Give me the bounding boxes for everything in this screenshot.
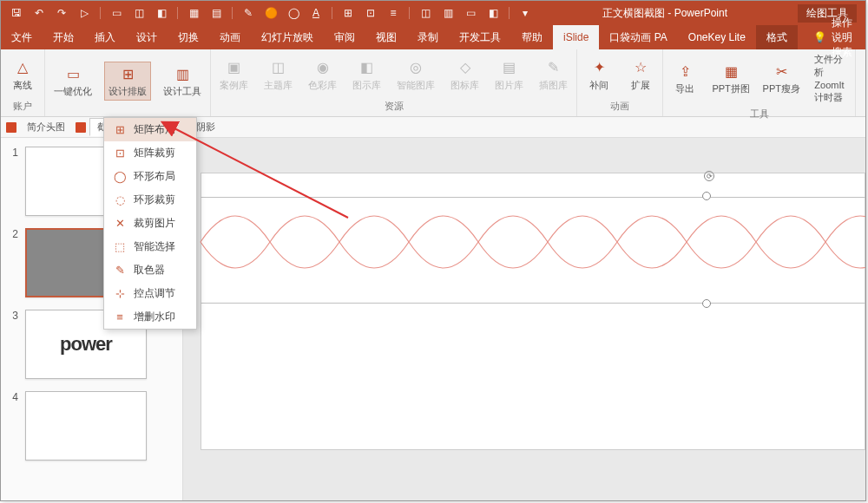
offline-button[interactable]: △离线 (6, 56, 39, 94)
lib-icon: ◧ (358, 58, 377, 77)
qat-icon[interactable]: ⊞ (341, 6, 355, 20)
rect-icon: ▭ (63, 64, 82, 83)
qat-icon[interactable]: ▤ (209, 6, 223, 20)
tab-review[interactable]: 审阅 (324, 25, 365, 49)
ring-layout-item[interactable]: ◯环形布局 (104, 165, 196, 188)
qat-icon[interactable]: ▦ (187, 6, 201, 20)
timer-link[interactable]: 计时器 (814, 91, 850, 104)
matrix-crop-item[interactable]: ⊡矩阵裁剪 (104, 141, 196, 165)
crop-icon: ✕ (113, 217, 127, 231)
tell-me-search[interactable]: 💡 操作说明搜索 (805, 25, 865, 49)
qat-icon[interactable]: ◧ (486, 6, 500, 20)
export-button[interactable]: ⇪导出 (668, 60, 701, 97)
resize-handle[interactable] (702, 299, 711, 308)
fill-icon[interactable]: 🟠 (264, 6, 278, 20)
tab-pocket-anim[interactable]: 口袋动画 PA (599, 25, 677, 49)
theme-lib-button[interactable]: ◫主题库 (260, 56, 296, 94)
separator (232, 7, 233, 19)
tab-design[interactable]: 设计 (126, 25, 168, 49)
image-lib-button[interactable]: ▤图片库 (491, 56, 527, 94)
tab-help[interactable]: 帮助 (511, 25, 553, 49)
slide-canvas[interactable]: ⟳ (183, 138, 865, 500)
circle-icon: ◯ (113, 170, 127, 184)
qat-icon[interactable]: ▭ (464, 6, 477, 20)
diagram-lib-button[interactable]: ◧图示库 (349, 56, 385, 94)
design-tools-button[interactable]: ▥设计工具 (160, 62, 205, 100)
tween-button[interactable]: ✦补间 (582, 56, 615, 94)
control-point-item[interactable]: ⊹控点调节 (104, 282, 196, 305)
tab-record[interactable]: 录制 (407, 25, 449, 49)
grid-icon: ⊞ (113, 123, 127, 137)
tab-view[interactable]: 视图 (365, 25, 407, 49)
smart-lib-button[interactable]: ◎智能图库 (393, 56, 438, 94)
lib-icon: ◉ (313, 58, 332, 77)
qat-icon[interactable]: ◧ (155, 6, 168, 20)
optimize-button[interactable]: ▭一键优化 (50, 62, 95, 100)
illust-lib-button[interactable]: ✎插图库 (536, 56, 571, 94)
lib-icon: ◫ (269, 58, 288, 77)
tab-slideshow[interactable]: 幻灯片放映 (251, 25, 324, 49)
file-analyze-link[interactable]: 文件分析 (814, 53, 850, 79)
redo-icon[interactable]: ↷ (55, 6, 69, 20)
ppt-slim-button[interactable]: ✂PPT瘦身 (760, 60, 802, 97)
icon-lib-button[interactable]: ◇图标库 (447, 56, 483, 94)
points-icon: ⊹ (113, 287, 127, 301)
start-icon[interactable]: ▷ (77, 6, 91, 20)
qat-icon[interactable]: ⊡ (364, 6, 378, 20)
lines-icon: ≡ (113, 310, 127, 324)
smart-select-item[interactable]: ⬚智能选择 (104, 235, 196, 258)
extend-button[interactable]: ☆扩展 (624, 56, 657, 94)
cols-icon: ▥ (173, 64, 192, 83)
outline-icon[interactable]: ◯ (286, 6, 300, 20)
tab-transitions[interactable]: 切换 (168, 25, 209, 49)
rotate-handle[interactable]: ⟳ (704, 171, 714, 181)
scissors-icon: ✂ (772, 62, 791, 81)
qat-icon[interactable]: ≡ (386, 6, 400, 20)
group-tools: ⇪导出 ▦PPT拼图 ✂PPT瘦身 文件分析 ZoomIt 计时器 工具 (663, 49, 856, 116)
select-icon: ⬚ (113, 240, 127, 254)
qat-icon[interactable]: ▥ (441, 6, 455, 20)
resize-handle[interactable] (702, 192, 711, 200)
separator (409, 7, 410, 19)
group-label: 账户 (13, 98, 32, 114)
lib-icon: ✎ (544, 58, 563, 77)
grid-icon: ⊞ (118, 64, 137, 83)
crop-image-item[interactable]: ✕裁剪图片 (104, 212, 196, 235)
watermark-item[interactable]: ≡增删水印 (104, 305, 196, 329)
lib-icon: ▤ (500, 58, 519, 77)
wave-shape[interactable] (201, 190, 865, 294)
separator (177, 7, 178, 19)
doctab-intro[interactable]: 简介头图 (20, 119, 72, 135)
color-lib-button[interactable]: ◉色彩库 (305, 56, 340, 94)
tab-insert[interactable]: 插入 (84, 25, 126, 49)
zoomit-link[interactable]: ZoomIt (814, 80, 850, 90)
lib-icon: ▣ (225, 58, 244, 77)
design-layout-button[interactable]: ⊞设计排版 (104, 62, 151, 101)
brush-icon[interactable]: ✎ (241, 6, 255, 20)
qat-icon[interactable]: ◫ (418, 6, 432, 20)
case-lib-button[interactable]: ▣案例库 (216, 56, 252, 94)
tab-islide[interactable]: iSlide (553, 25, 599, 49)
ring-crop-item[interactable]: ◌环形裁剪 (104, 188, 196, 212)
ribbon-tabs: 文件 开始 插入 设计 切换 动画 幻灯片放映 审阅 视图 录制 开发工具 帮助… (1, 25, 865, 49)
classroom-button[interactable]: ▭课堂 (861, 56, 868, 94)
tab-onekey[interactable]: OneKey Lite (678, 25, 756, 49)
tab-home[interactable]: 开始 (43, 25, 84, 49)
ppt-puzzle-button[interactable]: ▦PPT拼图 (710, 60, 752, 97)
tab-format[interactable]: 格式 (756, 25, 798, 49)
eyedropper-item[interactable]: ✎取色器 (104, 258, 196, 282)
font-color-icon[interactable]: A (309, 6, 323, 20)
window-title: 正文横图截图 - PowerPoint (541, 6, 789, 21)
tab-file[interactable]: 文件 (1, 25, 43, 49)
slide-thumb[interactable]: 4 (6, 391, 177, 461)
matrix-layout-item[interactable]: ⊞矩阵布局 (104, 118, 196, 141)
tab-animations[interactable]: 动画 (209, 25, 251, 49)
qat-icon[interactable]: ▭ (109, 6, 123, 20)
qat-icon[interactable]: ◫ (132, 6, 146, 20)
tab-developer[interactable]: 开发工具 (449, 25, 511, 49)
grid-icon: ▦ (721, 62, 740, 81)
save-icon[interactable]: 🖫 (10, 6, 23, 20)
group-account: △离线 账户 (1, 49, 45, 116)
qat-icon[interactable]: ▾ (518, 6, 532, 20)
undo-icon[interactable]: ↶ (32, 6, 46, 20)
